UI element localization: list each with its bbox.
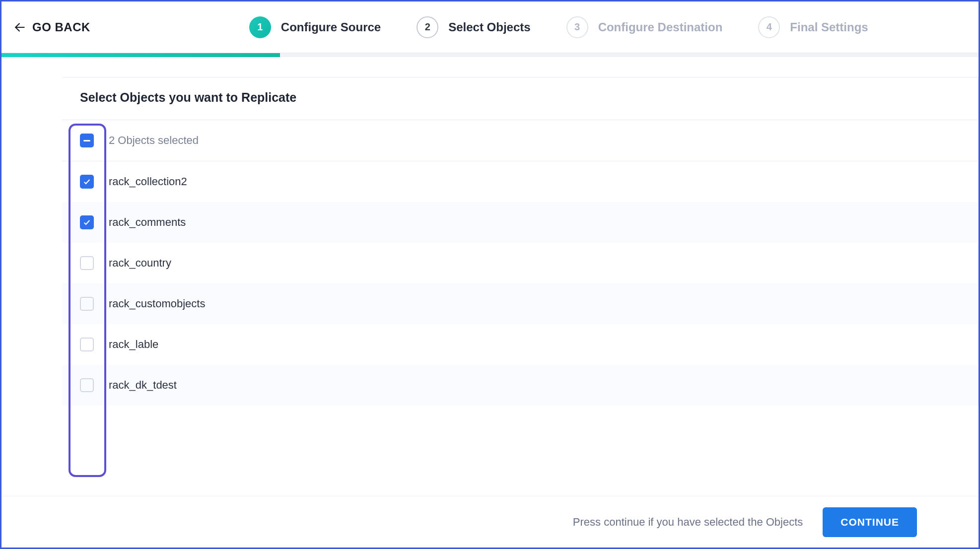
object-name: rack_lable bbox=[109, 338, 158, 351]
object-name: rack_customobjects bbox=[109, 297, 205, 310]
footer-bar: Press continue if you have selected the … bbox=[1, 496, 979, 548]
header-bar: GO BACK 1 Configure Source 2 Select Obje… bbox=[1, 1, 979, 53]
arrow-left-icon bbox=[13, 21, 26, 34]
card-title: Select Objects you want to Replicate bbox=[62, 77, 978, 120]
object-row[interactable]: rack_dk_tdest bbox=[62, 365, 978, 406]
step-select-objects[interactable]: 2 Select Objects bbox=[417, 16, 530, 38]
object-row[interactable]: rack_comments bbox=[62, 202, 978, 243]
progress-bar bbox=[1, 53, 979, 57]
step-label: Configure Destination bbox=[598, 20, 723, 34]
step-label: Select Objects bbox=[448, 20, 530, 34]
step-configure-destination[interactable]: 3 Configure Destination bbox=[566, 16, 723, 38]
select-all-checkbox[interactable] bbox=[80, 134, 94, 147]
object-name: rack_dk_tdest bbox=[109, 379, 177, 392]
progress-fill bbox=[1, 53, 280, 57]
objects-card: Select Objects you want to Replicate 2 O… bbox=[62, 77, 979, 406]
object-checkbox[interactable] bbox=[80, 256, 94, 270]
object-row[interactable]: rack_collection2 bbox=[62, 161, 978, 202]
step-number: 2 bbox=[417, 16, 438, 38]
object-name: rack_collection2 bbox=[109, 175, 187, 188]
object-row[interactable]: rack_country bbox=[62, 243, 978, 283]
object-row[interactable]: rack_customobjects bbox=[62, 283, 978, 324]
wizard-steps: 1 Configure Source 2 Select Objects 3 Co… bbox=[249, 16, 868, 38]
selection-summary-label: 2 Objects selected bbox=[109, 134, 199, 147]
continue-button[interactable]: CONTINUE bbox=[823, 507, 917, 537]
object-checkbox[interactable] bbox=[80, 338, 94, 351]
object-checkbox[interactable] bbox=[80, 297, 94, 311]
step-label: Configure Source bbox=[281, 20, 381, 34]
go-back-button[interactable]: GO BACK bbox=[13, 20, 90, 34]
step-label: Final Settings bbox=[790, 20, 868, 34]
step-number: 3 bbox=[566, 16, 588, 38]
object-name: rack_country bbox=[109, 257, 171, 270]
check-icon bbox=[83, 178, 91, 186]
selection-summary-row: 2 Objects selected bbox=[62, 120, 978, 161]
object-checkbox[interactable] bbox=[80, 378, 94, 392]
step-configure-source[interactable]: 1 Configure Source bbox=[249, 16, 381, 38]
footer-hint: Press continue if you have selected the … bbox=[573, 516, 803, 529]
go-back-label: GO BACK bbox=[32, 20, 90, 34]
step-final-settings[interactable]: 4 Final Settings bbox=[758, 16, 868, 38]
object-checkbox[interactable] bbox=[80, 175, 94, 189]
object-checkbox[interactable] bbox=[80, 215, 94, 229]
step-number: 1 bbox=[249, 16, 271, 38]
step-number: 4 bbox=[758, 16, 780, 38]
check-icon bbox=[83, 218, 91, 226]
object-row[interactable]: rack_lable bbox=[62, 324, 978, 365]
object-name: rack_comments bbox=[109, 216, 186, 229]
